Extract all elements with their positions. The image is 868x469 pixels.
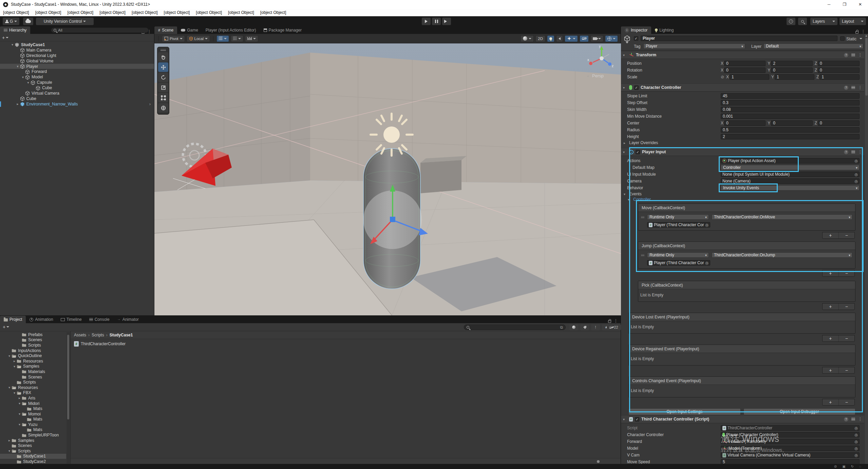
static-dropdown-icon[interactable] — [860, 38, 862, 39]
move-speed-field[interactable]: 5 — [721, 459, 860, 464]
layers-dropdown[interactable]: Layers — [810, 18, 837, 25]
center-x[interactable]: X0 — [721, 120, 766, 126]
character-controller-header[interactable]: ▾ ✓ Character Controller ? — [621, 83, 864, 92]
open-search-window-icon[interactable]: ⧉ — [560, 325, 563, 330]
directional-light-gizmo[interactable] — [371, 114, 413, 156]
remove-listener-button[interactable]: − — [839, 399, 855, 405]
component-enabled-checkbox[interactable]: ✓ — [636, 150, 640, 154]
project-tree-row[interactable]: Prefabs — [0, 332, 66, 337]
layout-dropdown[interactable]: Layout — [839, 18, 866, 25]
rotation-y[interactable]: Y0 — [768, 67, 812, 73]
third-character-controller-header[interactable]: ▾# ✓ Third Character Controller (Script)… — [621, 415, 864, 423]
tab-input-actions-editor[interactable]: Player (Input Actions Editor) — [202, 26, 260, 34]
active-checkbox[interactable]: ✓ — [634, 36, 638, 41]
remove-listener-button[interactable]: − — [839, 232, 855, 238]
position-x[interactable]: X0 — [721, 61, 766, 66]
foldout-arrow-icon[interactable] — [17, 423, 22, 426]
scene-camera-dropdown[interactable] — [590, 35, 603, 42]
remove-listener-button[interactable]: − — [839, 270, 855, 276]
object-picker-icon[interactable] — [854, 439, 858, 444]
skin-width-field[interactable]: 0.08 — [721, 107, 860, 112]
radius-field[interactable]: 0.5 — [721, 127, 860, 133]
scene-effects-dropdown[interactable] — [565, 35, 578, 42]
foldout-arrow-icon[interactable] — [17, 412, 22, 416]
lock-icon[interactable] — [855, 31, 858, 34]
object-picker-icon[interactable] — [854, 426, 858, 430]
menu-item[interactable]: [object Object] — [64, 10, 96, 15]
menu-item[interactable]: [object Object] — [161, 10, 193, 15]
rect-tool[interactable] — [158, 93, 168, 102]
project-tree-row[interactable]: FBX — [0, 390, 66, 396]
player-input-header[interactable]: ▾ ✓ Player Input ? — [621, 148, 864, 156]
tab-console[interactable]: Console — [86, 316, 113, 323]
remove-listener-button[interactable]: − — [839, 304, 855, 310]
component-menu-icon[interactable] — [858, 85, 862, 90]
gameobject-name-field[interactable]: Player — [641, 36, 837, 41]
create-asset-button[interactable]: + — [3, 324, 9, 330]
panel-menu-icon[interactable] — [614, 318, 618, 323]
jump-target-field[interactable]: # Player (Third Character Cor — [647, 260, 710, 266]
foldout-arrow-icon[interactable] — [17, 402, 22, 405]
minimize-button[interactable]: ─ — [821, 0, 837, 9]
hierarchy-row[interactable]: Forward › — [0, 69, 154, 74]
foldout-arrow-icon[interactable] — [12, 391, 17, 395]
transform-tool[interactable] — [158, 103, 168, 113]
add-listener-button[interactable]: + — [823, 335, 839, 341]
project-tree-row[interactable]: SimpleURPToon — [0, 432, 66, 438]
project-tree-row[interactable]: Yuzu — [0, 422, 66, 427]
chevron-right-icon[interactable]: › — [149, 101, 151, 106]
rotation-z[interactable]: Z0 — [815, 67, 860, 73]
scene-audio-toggle[interactable] — [556, 35, 563, 42]
tab-game[interactable]: Game — [177, 26, 202, 34]
hierarchy-row[interactable]: Virtual Camera › — [0, 91, 154, 96]
search-warnings-button[interactable]: ! — [591, 324, 600, 330]
forward-ref-field[interactable]: Forward (Transform) — [721, 439, 860, 444]
move-mode-dropdown[interactable]: Runtime Only — [647, 214, 709, 220]
foldout-arrow-icon[interactable] — [7, 438, 12, 442]
create-object-button[interactable]: + — [2, 35, 8, 40]
remove-listener-button[interactable]: − — [839, 335, 855, 341]
events-foldout[interactable]: ▾Events — [621, 191, 864, 197]
project-tree-row[interactable]: Aris — [0, 395, 66, 401]
camera-field[interactable]: None (Camera) — [721, 178, 860, 184]
object-picker-icon[interactable] — [854, 446, 858, 451]
scene-lighting-toggle[interactable] — [547, 35, 554, 42]
step-offset-field[interactable]: 0.3 — [721, 100, 860, 105]
component-menu-icon[interactable] — [858, 53, 862, 57]
add-listener-button[interactable]: + — [823, 399, 839, 405]
ui-input-module-field[interactable]: None (Input System UI Input Module) — [721, 172, 860, 177]
project-tree-row[interactable]: Mats — [0, 427, 66, 433]
default-map-dropdown[interactable]: Controller — [721, 165, 860, 170]
object-picker-icon[interactable] — [854, 433, 858, 437]
tag-dropdown[interactable]: Player — [643, 43, 745, 49]
hierarchy-row[interactable]: Cube › — [0, 85, 154, 91]
project-tree-row[interactable]: Samples — [0, 438, 66, 443]
foldout-arrow-icon[interactable] — [10, 43, 15, 46]
hierarchy-row[interactable]: Environment_Narrow_Walls › — [0, 101, 154, 107]
add-listener-button[interactable]: + — [823, 232, 839, 238]
position-y[interactable]: Y2 — [768, 61, 812, 66]
transform-header[interactable]: ▾ Transform ? — [621, 51, 864, 59]
script-object-field[interactable]: # ThirdCharacterController — [721, 425, 860, 431]
thumbnail-zoom-slider[interactable] — [597, 460, 600, 463]
tool-handle-position-dropdown[interactable]: Pivot — [162, 35, 185, 42]
tab-timeline[interactable]: Timeline — [57, 316, 86, 323]
layer-overrides-foldout[interactable]: ▸Layer Overrides — [621, 140, 864, 145]
grid-visibility-button[interactable] — [216, 35, 229, 42]
hierarchy-row[interactable]: Cube › — [0, 96, 154, 101]
menu-item[interactable]: [object Object] — [225, 10, 257, 15]
menu-item[interactable]: [object Object] — [257, 10, 289, 15]
actions-object-field[interactable]: Player (Input Action Asset) — [721, 158, 860, 163]
menu-item[interactable]: [object Object] — [193, 10, 225, 15]
center-z[interactable]: Z0 — [815, 120, 860, 126]
hierarchy-row[interactable]: StudyCase1 › — [0, 42, 154, 47]
foldout-arrow-icon[interactable] — [7, 449, 12, 453]
hierarchy-row[interactable]: Main Camera › — [0, 47, 154, 53]
component-enabled-checkbox[interactable]: ✓ — [634, 85, 639, 90]
object-picker-icon[interactable] — [705, 223, 709, 227]
project-tree-row[interactable]: Scripts — [0, 379, 66, 385]
character-controller-ref-field[interactable]: Player (Character Controller) — [721, 432, 860, 437]
menu-item[interactable]: [object Object] — [129, 10, 161, 15]
search-everywhere-button[interactable] — [798, 18, 807, 25]
gizmos-dropdown[interactable] — [605, 35, 618, 42]
